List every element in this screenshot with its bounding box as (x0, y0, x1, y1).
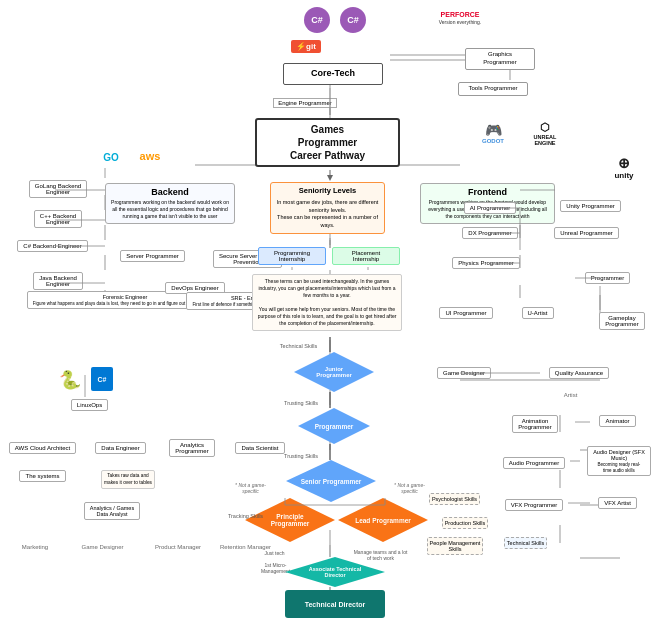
programmer-diamond: Programmer (298, 408, 370, 444)
backend-section: Backend Programmers working on the backe… (105, 168, 235, 238)
python-logo: 🐍 (55, 365, 85, 395)
quality-assurance-node: Quality Assurance (543, 365, 615, 381)
psychologist-skills-node: Psychologist Skills (422, 488, 487, 510)
ai-programmer-node: AI Programmer (456, 200, 524, 216)
csharp-icon-right: C# (338, 5, 368, 35)
production-skills-node: Production Skills (434, 515, 496, 531)
golang-backend-node: GoLang BackendEngineer (18, 178, 98, 200)
career-pathway-main: GamesProgrammerCareer Pathway (255, 115, 400, 170)
career-pathway-diagram: C# C# PERFORCEVersion everything. ⚡git C… (0, 0, 660, 619)
u-artist-node: U-Artist (510, 305, 565, 321)
placement-internship: PlacementInternship (332, 245, 400, 267)
tracking-skills-label: Tracking Skills (218, 510, 273, 522)
dx-programmer-node: DX Programmer (456, 225, 524, 241)
programming-internship: ProgrammingInternship (258, 245, 326, 267)
graphics-programmer-node: GraphicsProgrammer (465, 45, 535, 73)
people-mgmt-node: People ManagementSkills (419, 535, 491, 557)
unity-programmer-node: Unity Programmer (553, 198, 628, 214)
cpp-backend-node: C++ BackendEngineer (18, 208, 98, 230)
td-node: Technical Director (285, 590, 385, 618)
aws-cloud-node: AWS Cloud Architect (5, 437, 80, 459)
animator-node: Animator (590, 413, 645, 429)
server-programmer-node: Server Programmer (115, 248, 190, 264)
ui-programmer-node: UI Programmer (432, 305, 500, 321)
perforce-logo: PERFORCEVersion everything. (420, 5, 500, 30)
game-designer-bottom-node: Game Designer (75, 540, 130, 554)
technical-skills-right-node: Technical Skills (498, 535, 553, 551)
game-designer-right-node: Game Designer (430, 365, 498, 381)
atd-node: Associate TechnicalDirector (285, 557, 385, 587)
core-tech-label: Core-Tech (311, 68, 355, 78)
godot-logo: 🎮 GODOT (468, 118, 518, 148)
retention-manager-node: Retention Manager (213, 540, 278, 554)
csharp-doc-icon: C# (88, 365, 116, 393)
vfx-artist-node: VFX Artist (590, 495, 645, 511)
lead-programmer-diamond: Lead Programmer (338, 498, 428, 542)
marketing-node: Marketing (10, 540, 60, 554)
unity-logo: ⊕ unity (595, 143, 653, 191)
gameplay-programmer-node: GameplayProgrammer (587, 310, 657, 332)
technical-skills-label: Technical Skills (271, 340, 326, 352)
junior-programmer-diamond: JuniorProgrammer (294, 352, 374, 392)
analytics-programmer-node: AnalyticsProgrammer (158, 437, 226, 459)
vfx-programmer-node: VFX Programmer (500, 497, 568, 513)
go-logo: GO (96, 148, 126, 166)
aws-logo: aws (125, 145, 175, 167)
artist-node: Artist (543, 388, 598, 402)
physics-programmer-node: Physics Programmer (450, 255, 522, 271)
git-logo: ⚡git (286, 35, 326, 57)
audio-designer-node: Audio Designer (SFXMusic)Becoming ready … (580, 447, 658, 475)
seniority-levels-node: Seniority Levels In most game dev jobs, … (270, 178, 385, 238)
data-engineer-desc: Takes raw data andmakes it over to table… (87, 462, 169, 497)
animation-programmer-node: AnimationProgrammer (495, 413, 575, 435)
not-game-specific-left: * Not a game-specific (218, 480, 283, 496)
engine-programmer-node: Engine Programmer (265, 95, 345, 111)
data-scientist-node: Data Scientist (230, 437, 290, 459)
the-systems-node: The systems (5, 468, 80, 484)
csharp-icon-left: C# (302, 5, 332, 35)
linuxops-node: LinuxOps (62, 397, 117, 413)
data-engineer-node: Data Engineer (88, 437, 153, 459)
csharp-backend-node: C# Backend Engineer (10, 238, 95, 254)
audio-programmer-node: Audio Programmer (498, 452, 570, 474)
analytics-data-analyst-node: Analytics / GamesData Analyst (62, 500, 162, 522)
forensic-engineer-node: Forensic EngineerFigure what happens and… (85, 280, 165, 320)
unreal-logo: ⬡ UNREALENGINE (520, 118, 570, 148)
unreal-programmer-node: Unreal Programmer (549, 225, 624, 241)
internship-description: These terms can be used interchangeably.… (252, 270, 402, 335)
senior-programmer-diamond: Senior Programmer (286, 460, 376, 502)
programmer-right-node: Programmer (575, 270, 640, 286)
tools-programmer-node: Tools Programmer (458, 80, 528, 98)
core-tech-node: Core-Tech (283, 60, 383, 88)
product-manager-node: Product Manager (148, 540, 208, 554)
